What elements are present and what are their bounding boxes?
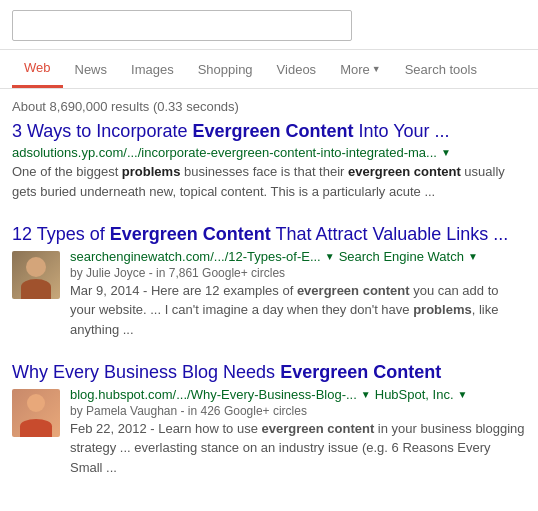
result-3-with-thumb: blog.hubspot.com/.../Why-Every-Business-… — [12, 385, 526, 478]
more-dropdown-arrow: ▼ — [372, 64, 381, 74]
result-1-url-row: adsolutions.yp.com/.../incorporate-everg… — [12, 145, 526, 160]
result-3-byline: by Pamela Vaughan - in 426 Google+ circl… — [70, 404, 526, 418]
tab-search-tools[interactable]: Search tools — [393, 52, 489, 87]
result-2-url-row: searchenginewatch.com/.../12-Types-of-E.… — [70, 249, 526, 264]
result-3-url-row: blog.hubspot.com/.../Why-Every-Business-… — [70, 387, 526, 402]
result-3-url: blog.hubspot.com/.../Why-Every-Business-… — [70, 387, 357, 402]
tab-more[interactable]: More ▼ — [328, 52, 393, 87]
result-3-avatar — [12, 389, 60, 437]
result-item-1: 3 Ways to Incorporate Evergreen Content … — [12, 120, 526, 201]
tab-news[interactable]: News — [63, 52, 120, 87]
result-3-date-snippet: Feb 22, 2012 - Learn how to use evergree… — [70, 419, 526, 478]
tab-videos[interactable]: Videos — [265, 52, 329, 87]
result-2-with-thumb: searchenginewatch.com/.../12-Types-of-E.… — [12, 247, 526, 340]
result-1-snippet: One of the biggest problems businesses f… — [12, 162, 526, 201]
tab-shopping[interactable]: Shopping — [186, 52, 265, 87]
tab-web[interactable]: Web — [12, 50, 63, 88]
result-2-url-arrow[interactable]: ▼ — [325, 251, 335, 262]
result-2-source-arrow[interactable]: ▼ — [468, 251, 478, 262]
result-item-3: Why Every Business Blog Needs Evergreen … — [12, 361, 526, 477]
result-2-content: searchenginewatch.com/.../12-Types-of-E.… — [70, 247, 526, 340]
result-2-byline: by Julie Joyce - in 7,861 Google+ circle… — [70, 266, 526, 280]
results-container: 3 Ways to Incorporate Evergreen Content … — [0, 120, 538, 477]
result-1-url: adsolutions.yp.com/.../incorporate-everg… — [12, 145, 437, 160]
result-2-thumbnail — [12, 251, 60, 299]
result-1-url-arrow[interactable]: ▼ — [441, 147, 451, 158]
result-3-url-arrow[interactable]: ▼ — [361, 389, 371, 400]
result-item-2: 12 Types of Evergreen Content That Attra… — [12, 223, 526, 339]
tab-images[interactable]: Images — [119, 52, 186, 87]
result-3-bold: Evergreen Content — [280, 362, 441, 382]
result-3-source-arrow[interactable]: ▼ — [458, 389, 468, 400]
result-2-bold: Evergreen Content — [110, 224, 271, 244]
nav-tabs: Web News Images Shopping Videos More ▼ S… — [0, 50, 538, 89]
result-3-source: HubSpot, Inc. — [375, 387, 454, 402]
result-1-title[interactable]: 3 Ways to Incorporate Evergreen Content … — [12, 120, 526, 143]
more-label: More — [340, 62, 370, 77]
result-2-title[interactable]: 12 Types of Evergreen Content That Attra… — [12, 223, 526, 246]
search-bar-container: problems with evergreen content — [0, 0, 538, 50]
result-2-avatar — [12, 251, 60, 299]
result-3-content: blog.hubspot.com/.../Why-Every-Business-… — [70, 385, 526, 478]
results-count-text: About 8,690,000 results (0.33 seconds) — [12, 99, 239, 114]
result-3-title[interactable]: Why Every Business Blog Needs Evergreen … — [12, 361, 526, 384]
result-2-date-snippet: Mar 9, 2014 - Here are 12 examples of ev… — [70, 281, 526, 340]
result-2-source: Search Engine Watch — [339, 249, 464, 264]
result-2-url: searchenginewatch.com/.../12-Types-of-E.… — [70, 249, 321, 264]
search-input[interactable]: problems with evergreen content — [12, 10, 352, 41]
result-1-bold: Evergreen Content — [192, 121, 353, 141]
results-info: About 8,690,000 results (0.33 seconds) — [0, 89, 538, 120]
result-3-thumbnail — [12, 389, 60, 437]
